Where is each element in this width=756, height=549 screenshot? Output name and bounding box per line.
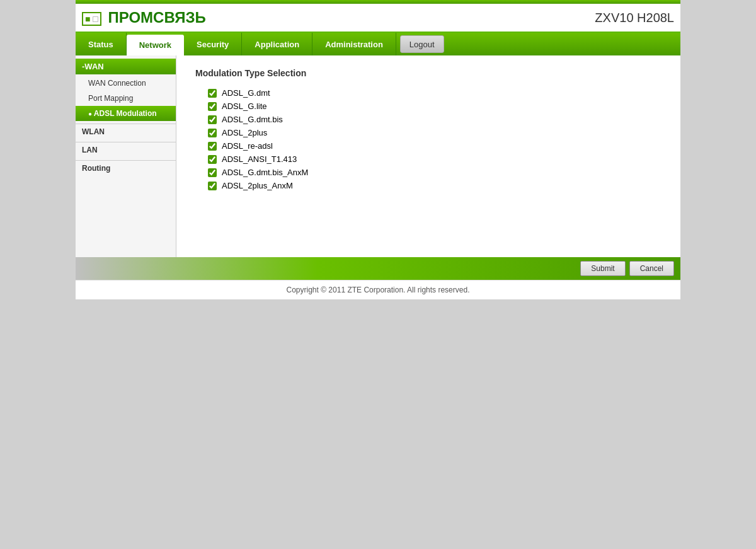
logout-button[interactable]: Logout bbox=[400, 35, 444, 53]
main-area: -WAN WAN Connection Port Mapping ADSL Mo… bbox=[76, 55, 680, 257]
label-adsl-ansi-t1413: ADSL_ANSI_T1.413 bbox=[222, 154, 297, 164]
sidebar-lan[interactable]: LAN bbox=[76, 142, 176, 158]
submit-button[interactable]: Submit bbox=[580, 261, 625, 276]
nav-security[interactable]: Security bbox=[184, 33, 242, 55]
device-name: ZXV10 H208L bbox=[595, 11, 674, 25]
nav-application[interactable]: Application bbox=[242, 33, 312, 55]
label-adsl-2plus: ADSL_2plus bbox=[222, 128, 267, 137]
checkbox-adsl-g-dmt[interactable] bbox=[208, 89, 217, 98]
modulation-adsl-g-dmt-bis-anxm: ADSL_G.dmt.bis_AnxM bbox=[208, 168, 662, 177]
checkbox-adsl-g-lite[interactable] bbox=[208, 102, 217, 111]
logo-text: ПРОМСВЯЗЬ bbox=[108, 9, 206, 26]
cancel-button[interactable]: Cancel bbox=[629, 261, 674, 276]
logo: ■ □ ПРОМСВЯЗЬ bbox=[82, 9, 206, 26]
label-adsl-g-dmt-bis: ADSL_G.dmt.bis bbox=[222, 115, 283, 124]
checkbox-adsl-g-dmt-bis[interactable] bbox=[208, 115, 217, 124]
nav-status[interactable]: Status bbox=[76, 33, 127, 55]
sidebar-wlan[interactable]: WLAN bbox=[76, 124, 176, 139]
sidebar: -WAN WAN Connection Port Mapping ADSL Mo… bbox=[76, 55, 176, 257]
label-adsl-g-dmt: ADSL_G.dmt bbox=[222, 88, 270, 98]
footer-bar: Submit Cancel bbox=[76, 257, 680, 280]
sidebar-port-mapping[interactable]: Port Mapping bbox=[76, 91, 176, 106]
checkbox-adsl-2plus-anxm[interactable] bbox=[208, 182, 217, 190]
label-adsl-g-lite: ADSL_G.lite bbox=[222, 101, 267, 111]
checkbox-adsl-g-dmt-bis-anxm[interactable] bbox=[208, 168, 217, 177]
sidebar-adsl-modulation[interactable]: ADSL Modulation bbox=[76, 106, 176, 121]
modulation-adsl-ansi-t1413: ADSL_ANSI_T1.413 bbox=[208, 154, 662, 164]
modulation-adsl-2plus-anxm: ADSL_2plus_AnxM bbox=[208, 181, 662, 190]
label-adsl-g-dmt-bis-anxm: ADSL_G.dmt.bis_AnxM bbox=[222, 168, 308, 177]
modulation-adsl-2plus: ADSL_2plus bbox=[208, 128, 662, 137]
modulation-adsl-g-dmt: ADSL_G.dmt bbox=[208, 88, 662, 98]
nav-bar: Status Network Security Application Admi… bbox=[76, 33, 680, 55]
label-adsl-2plus-anxm: ADSL_2plus_AnxM bbox=[222, 181, 293, 190]
section-title: Modulation Type Selection bbox=[195, 68, 662, 78]
sidebar-wan-connection[interactable]: WAN Connection bbox=[76, 76, 176, 91]
sidebar-routing[interactable]: Routing bbox=[76, 160, 176, 176]
modulation-adsl-g-dmt-bis: ADSL_G.dmt.bis bbox=[208, 115, 662, 124]
modulation-list: ADSL_G.dmt ADSL_G.lite ADSL_G.dmt.bis AD… bbox=[208, 88, 662, 190]
content-area: Modulation Type Selection ADSL_G.dmt ADS… bbox=[176, 55, 680, 257]
checkbox-adsl-ansi-t1413[interactable] bbox=[208, 155, 217, 164]
modulation-adsl-g-lite: ADSL_G.lite bbox=[208, 101, 662, 111]
nav-administration[interactable]: Administration bbox=[312, 33, 396, 55]
nav-network[interactable]: Network bbox=[127, 35, 184, 55]
header: ■ □ ПРОМСВЯЗЬ ZXV10 H208L bbox=[76, 4, 680, 33]
copyright: Copyright © 2011 ZTE Corporation. All ri… bbox=[76, 280, 680, 299]
label-adsl-re-adsl: ADSL_re-adsl bbox=[222, 141, 273, 151]
checkbox-adsl-2plus[interactable] bbox=[208, 129, 217, 137]
modulation-adsl-re-adsl: ADSL_re-adsl bbox=[208, 141, 662, 151]
sidebar-wan-section: -WAN bbox=[76, 59, 176, 74]
checkbox-adsl-re-adsl[interactable] bbox=[208, 142, 217, 151]
